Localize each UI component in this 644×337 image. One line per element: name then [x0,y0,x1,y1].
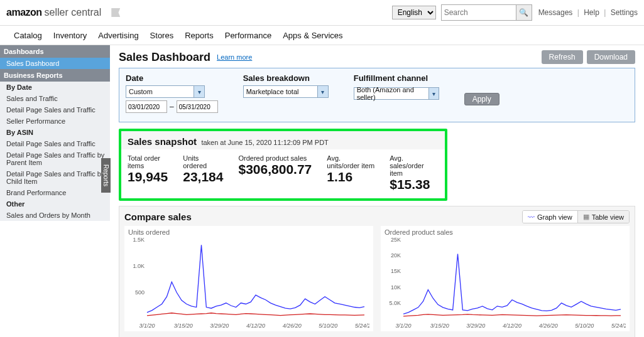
menu-stores[interactable]: Stores [150,31,174,40]
table-icon: ▦ [583,213,589,221]
svg-text:5/10/20: 5/10/20 [319,323,337,329]
table-view-tab[interactable]: ▦ Table view [577,211,629,223]
svg-text:3/15/20: 3/15/20 [430,323,449,329]
svg-text:20K: 20K [391,252,401,259]
sidebar-item-asin-parent[interactable]: Detail Page Sales and Traffic by Parent … [0,149,110,168]
snapshot-value: 23,184 [183,169,223,185]
sidebar-item-asin-child[interactable]: Detail Page Sales and Traffic by Child I… [0,168,110,187]
channel-select[interactable]: Both (Amazon and seller) ▾ [354,87,439,100]
menu-performance[interactable]: Performance [225,31,271,40]
svg-text:3/1/20: 3/1/20 [395,323,411,329]
help-link[interactable]: Help [584,8,599,17]
top-bar: amazon seller central English 🔍 Messages… [0,0,644,26]
date-mode-value: Custom [129,88,153,95]
svg-text:500: 500 [135,289,145,296]
filter-breakdown-label: Sales breakdown [243,73,329,83]
compare-footer: Compare What's this? Selected date range… [124,331,630,337]
settings-link[interactable]: Settings [611,8,638,17]
view-toggle: 〰 Graph view ▦ Table view [522,210,630,223]
sidebar-item-sales-orders-month[interactable]: Sales and Orders by Month [0,210,110,221]
menu-inventory[interactable]: Inventory [53,31,87,40]
svg-text:4/26/20: 4/26/20 [283,323,302,329]
compare-sales-panel: Compare sales 〰 Graph view ▦ Table view … [119,206,635,337]
filter-date-label: Date [126,73,218,83]
logo-text-sub: seller central [45,7,102,18]
logo-text-main: amazon [6,7,42,18]
page-title: Sales Dashboard [119,51,210,64]
svg-text:3/29/20: 3/29/20 [466,323,485,329]
snapshot-label: Ordered product sales [238,154,312,162]
svg-text:1.0K: 1.0K [133,263,145,269]
svg-text:5.0K: 5.0K [389,300,401,306]
snapshot-label: Total order items [128,154,168,169]
menu-catalog[interactable]: Catalog [14,31,42,40]
date-to-input[interactable] [177,100,218,113]
ordered-sales-chart: 5.0K10K15K20K25K3/1/203/15/203/29/204/12… [385,236,626,330]
svg-text:4/12/20: 4/12/20 [503,323,521,329]
menu-apps-services[interactable]: Apps & Services [283,31,342,40]
snapshot-value: $15.38 [390,177,439,192]
sidebar: Dashboards Sales Dashboard Business Repo… [0,45,110,221]
language-select[interactable]: English [392,6,436,19]
breakdown-select[interactable]: Marketplace total ▾ [243,85,329,98]
breakdown-value: Marketplace total [246,88,299,95]
sidebar-item-seller-performance[interactable]: Seller Performance [0,115,110,127]
date-mode-select[interactable]: Custom ▾ [126,85,205,98]
snapshot-value: 1.16 [327,169,374,185]
line-chart-icon: 〰 [528,213,535,221]
date-from-input[interactable] [126,100,167,113]
svg-text:4/26/20: 4/26/20 [539,323,558,329]
sidebar-subhead-by-date: By Date [0,82,110,93]
main-menu: Catalog Inventory Advertising Stores Rep… [0,26,644,45]
download-button[interactable]: Download [587,50,635,64]
chevron-down-icon: ▾ [317,86,328,97]
filter-breakdown: Sales breakdown Marketplace total ▾ [243,73,329,98]
snapshot-value: $306,800.77 [238,162,312,177]
graph-view-label: Graph view [537,213,572,221]
menu-reports[interactable]: Reports [185,31,214,40]
sidebar-item-asin-detail-page[interactable]: Detail Page Sales and Traffic [0,138,110,149]
refresh-button[interactable]: Refresh [542,50,583,64]
page-title-bar: Sales Dashboard Learn more Refresh Downl… [119,50,635,64]
chart-units-ordered: Units ordered 5001.0K1.5K3/1/203/15/203/… [124,226,373,331]
compare-title: Compare sales [124,211,522,222]
chevron-down-icon: ▾ [428,88,439,99]
filter-panel: Date Custom ▾ – Sales breakdown Marketpl… [119,68,635,122]
snapshot-timestamp: taken at June 15, 2020 11:12:09 PM PDT [201,139,328,146]
sidebar-section-dashboards: Dashboards [0,45,110,58]
sidebar-item-detail-page-sales-traffic[interactable]: Detail Page Sales and Traffic [0,104,110,115]
filter-channel-label: Fulfillment channel [354,73,439,83]
menu-advertising[interactable]: Advertising [98,31,138,40]
svg-text:25K: 25K [391,237,401,243]
sidebar-item-sales-dashboard[interactable]: Sales Dashboard [0,58,110,69]
search-input[interactable] [441,4,516,21]
search-icon: 🔍 [519,8,528,17]
search-button[interactable]: 🔍 [516,4,532,21]
chart-title: Units ordered [128,228,369,236]
snapshot-label: Avg. units/order item [327,154,374,169]
marketplace-flag-icon[interactable] [111,8,120,17]
snapshot-total-order-items: Total order items 19,945 [128,154,168,192]
svg-text:3/1/20: 3/1/20 [139,323,155,329]
table-view-label: Table view [592,213,624,221]
chart-ordered-sales: Ordered product sales 5.0K10K15K20K25K3/… [381,226,630,331]
graph-view-tab[interactable]: 〰 Graph view [523,211,577,223]
svg-text:3/29/20: 3/29/20 [210,323,229,329]
amazon-logo[interactable]: amazon seller central [6,7,101,18]
reports-side-tab[interactable]: Reports [101,158,111,193]
chevron-down-icon: ▾ [194,86,204,97]
svg-text:4/12/20: 4/12/20 [246,323,265,329]
apply-button[interactable]: Apply [464,93,499,105]
filter-channel: Fulfillment channel Both (Amazon and sel… [354,73,439,100]
filter-date: Date Custom ▾ – [126,73,218,113]
sidebar-item-brand-performance[interactable]: Brand Performance [0,187,110,198]
svg-text:1.5K: 1.5K [133,237,145,243]
snapshot-title: Sales snapshot [128,136,197,147]
learn-more-link[interactable]: Learn more [217,53,252,61]
content-area: Reports Sales Dashboard Learn more Refre… [110,45,644,337]
snapshot-units-ordered: Units ordered 23,184 [183,154,223,192]
sidebar-item-sales-traffic[interactable]: Sales and Traffic [0,93,110,104]
svg-text:15K: 15K [391,268,401,274]
messages-link[interactable]: Messages [538,8,573,17]
channel-value: Both (Amazon and seller) [357,86,428,101]
